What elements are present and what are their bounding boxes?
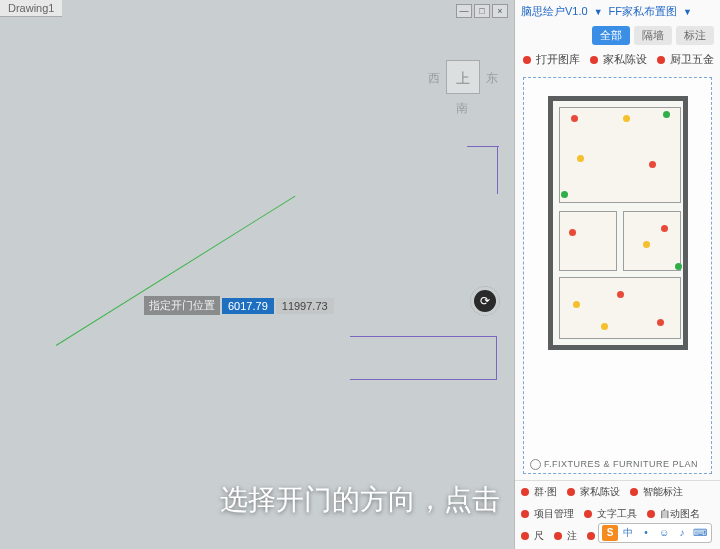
dot-icon [521,488,529,496]
maximize-button[interactable]: □ [474,4,490,18]
filter-wall[interactable]: 隔墙 [634,26,672,45]
chevron-down-icon[interactable]: ▼ [683,7,692,17]
wall-segment [467,146,499,147]
dot-icon [521,532,529,540]
legend-furniture[interactable]: 家私陈设 [567,485,620,499]
prompt-value-secondary: 11997.73 [276,298,334,314]
legend-other-a[interactable]: 注 [554,529,577,543]
dot-icon [567,488,575,496]
wall-segment [497,146,498,194]
marker-icon [649,161,656,168]
close-button[interactable]: × [492,4,508,18]
ime-mode[interactable]: 中 [620,525,636,541]
room [623,211,681,271]
marker-icon [623,115,630,122]
marker-icon [675,263,682,270]
legend-smart-dim[interactable]: 智能标注 [630,485,683,499]
dot-icon [590,56,598,64]
command-prompt: 指定开门位置 6017.79 11997.73 [144,296,334,315]
legend-group[interactable]: 群·图 [521,485,557,499]
marker-icon [571,115,578,122]
dot-icon [521,510,529,518]
construction-line [56,196,296,346]
plugin-name[interactable]: 脑思绘户V1.0 [521,4,588,19]
legend-item-mgmt[interactable]: 项目管理 [521,507,574,521]
filter-mark[interactable]: 标注 [676,26,714,45]
filter-all[interactable]: 全部 [592,26,630,45]
marker-icon [573,301,580,308]
ime-punct[interactable]: • [638,525,654,541]
legend-text-tool[interactable]: 文字工具 [584,507,637,521]
marker-icon [601,323,608,330]
room [559,211,617,271]
floorplan-outline [548,96,688,350]
view-dropdown[interactable]: FF家私布置图 [609,4,677,19]
dot-icon [630,488,638,496]
category-furniture[interactable]: 家私陈设 [590,52,647,67]
chevron-down-icon[interactable]: ▼ [594,7,603,17]
legend-measure[interactable]: 尺 [521,529,544,543]
room-outline [350,336,497,380]
tab-title: Drawing1 [8,2,54,14]
viewcube-south[interactable]: 南 [456,100,468,117]
dot-icon [523,56,531,64]
ime-logo-icon[interactable]: S [602,525,618,541]
document-tab[interactable]: Drawing1 [0,0,62,17]
plan-caption: F.FIXTURES & FURNITURE PLAN [544,459,698,469]
marker-icon [569,229,576,236]
category-bath-hardware[interactable]: 厨卫五金 [657,52,714,67]
viewcube-top[interactable]: 上 [446,60,480,94]
marker-icon [663,111,670,118]
marker-icon [617,291,624,298]
category-open-library[interactable]: 打开图库 [523,52,580,67]
plan-logo-icon [530,459,541,470]
dot-icon [587,532,595,540]
viewcube-west[interactable]: 西 [428,70,440,87]
viewcube-east[interactable]: 东 [486,70,498,87]
side-panel: 脑思绘户V1.0 ▼ FF家私布置图 ▼ 全部 隔墙 标注 打开图库 家私陈设 … [514,0,720,549]
nav-compass[interactable]: ⟳ [474,290,496,312]
refresh-icon: ⟳ [480,294,490,308]
room [559,277,681,339]
ime-keyboard-icon[interactable]: ⌨ [692,525,708,541]
marker-icon [643,241,650,248]
ime-voice-icon[interactable]: ♪ [674,525,690,541]
view-cube[interactable]: 西 上 东 南 [428,54,498,114]
legend-auto-name[interactable]: 自动图名 [647,507,700,521]
dot-icon [647,510,655,518]
drawing-canvas[interactable]: Drawing1 — □ × 西 上 东 南 指定开门位置 6017.79 11… [0,0,514,549]
marker-icon [657,319,664,326]
dot-icon [584,510,592,518]
marker-icon [561,191,568,198]
minimize-button[interactable]: — [456,4,472,18]
marker-icon [577,155,584,162]
ime-toolbar[interactable]: S 中 • ☺ ♪ ⌨ [598,523,712,543]
floorplan-preview[interactable]: F.FIXTURES & FURNITURE PLAN [523,77,712,474]
marker-icon [661,225,668,232]
dot-icon [657,56,665,64]
prompt-label: 指定开门位置 [144,296,220,315]
prompt-value-active[interactable]: 6017.79 [222,298,274,314]
dot-icon [554,532,562,540]
ime-emoji-icon[interactable]: ☺ [656,525,672,541]
